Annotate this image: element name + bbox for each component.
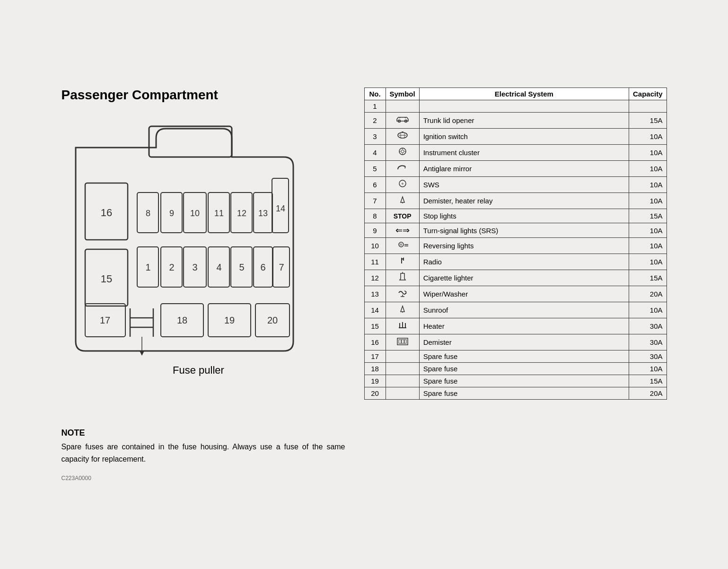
fuse-box-diagram: 16 15 8 9 10 11 xyxy=(61,110,307,360)
svg-marker-54 xyxy=(401,197,404,202)
fuse-system: Spare fuse xyxy=(419,375,629,387)
fuse-no: 3 xyxy=(364,129,386,145)
fuse-symbol xyxy=(386,193,419,209)
fuse-symbol xyxy=(386,387,419,400)
fuse-symbol: + xyxy=(386,177,419,193)
svg-text:7: 7 xyxy=(279,262,284,272)
svg-text:+: + xyxy=(401,181,404,186)
fuse-no: 2 xyxy=(364,113,386,129)
svg-text:6: 6 xyxy=(260,262,265,272)
fuse-system: Antiglare mirror xyxy=(419,161,629,177)
fuse-no: 8 xyxy=(364,209,386,223)
fuse-no: 1 xyxy=(364,100,386,113)
bottom-code: C223A0000 xyxy=(61,475,667,481)
table-row: 16 Demister 30A xyxy=(364,334,667,350)
fuse-capacity: 30A xyxy=(629,318,667,334)
fuse-capacity: 15A xyxy=(629,270,667,286)
fuse-no: 6 xyxy=(364,177,386,193)
fuse-system: Trunk lid opener xyxy=(419,113,629,129)
svg-text:11: 11 xyxy=(214,209,223,218)
fuse-capacity xyxy=(629,100,667,113)
fuse-no: 16 xyxy=(364,334,386,350)
svg-text:R: R xyxy=(400,243,403,247)
fuse-system: Spare fuse xyxy=(419,350,629,363)
fuse-system xyxy=(419,100,629,113)
fuse-symbol xyxy=(386,254,419,270)
fuse-system: Reversing lights xyxy=(419,238,629,254)
fuse-capacity: 10A xyxy=(629,254,667,270)
fuse-capacity: 15A xyxy=(629,375,667,387)
page-container: Passenger Compartment 16 15 xyxy=(33,69,695,500)
fuse-symbol xyxy=(386,129,419,145)
fuse-capacity: 30A xyxy=(629,350,667,363)
fuse-system: Heater xyxy=(419,318,629,334)
svg-marker-63 xyxy=(401,306,404,312)
svg-text:12: 12 xyxy=(237,209,246,218)
fuse-capacity: 20A xyxy=(629,387,667,400)
fuse-symbol xyxy=(386,100,419,113)
svg-text:2: 2 xyxy=(169,262,174,272)
fuse-diagram-svg: 16 15 8 9 10 11 xyxy=(61,110,307,360)
section-title: Passenger Compartment xyxy=(61,88,336,103)
svg-text:3: 3 xyxy=(192,262,197,272)
svg-text:10: 10 xyxy=(190,209,199,218)
fuse-capacity: 10A xyxy=(629,177,667,193)
table-row: 15 Heater 30A xyxy=(364,318,667,334)
fuse-capacity: 10A xyxy=(629,193,667,209)
fuse-capacity: 10A xyxy=(629,363,667,375)
fuse-no: 4 xyxy=(364,145,386,161)
svg-text:15: 15 xyxy=(100,273,112,285)
fuse-no: 14 xyxy=(364,302,386,318)
svg-rect-72 xyxy=(404,340,406,343)
fuse-no: 7 xyxy=(364,193,386,209)
fuse-capacity: 10A xyxy=(629,302,667,318)
fuse-system: Spare fuse xyxy=(419,363,629,375)
fuse-no: 9 xyxy=(364,223,386,238)
fuse-system: Stop lights xyxy=(419,209,629,223)
fuse-symbol xyxy=(386,161,419,177)
diagram-section: Passenger Compartment 16 15 xyxy=(61,88,336,376)
fuse-system: Instrument cluster xyxy=(419,145,629,161)
fuse-symbol xyxy=(386,270,419,286)
fuse-symbol xyxy=(386,318,419,334)
note-text: Spare fuses are contained in the fuse ho… xyxy=(61,441,345,465)
fuse-capacity: 20A xyxy=(629,286,667,302)
table-row: 3 Ignition switch 10A xyxy=(364,129,667,145)
fuse-no: 20 xyxy=(364,387,386,400)
svg-text:14: 14 xyxy=(275,204,285,213)
fuse-capacity: 10A xyxy=(629,238,667,254)
table-row: 8 STOP Stop lights 15A xyxy=(364,209,667,223)
table-row: 18 Spare fuse 10A xyxy=(364,363,667,375)
svg-text:16: 16 xyxy=(100,207,112,219)
svg-text:17: 17 xyxy=(99,315,110,325)
svg-text:5: 5 xyxy=(239,262,244,272)
table-row: 7 Demister, heater relay 10A xyxy=(364,193,667,209)
fuse-table: No. Symbol Electrical System Capacity 1 xyxy=(364,88,667,400)
fuse-capacity: 15A xyxy=(629,209,667,223)
fuse-system: Demister xyxy=(419,334,629,350)
table-row: 9 ⇐⇒ Turn-signal lights (SRS) 10A xyxy=(364,223,667,238)
fuse-symbol: ⇐⇒ xyxy=(386,223,419,238)
fuse-capacity: 10A xyxy=(629,145,667,161)
fuse-capacity: 10A xyxy=(629,223,667,238)
stop-symbol: STOP xyxy=(394,212,412,220)
svg-rect-0 xyxy=(149,126,232,157)
fuse-symbol: STOP xyxy=(386,209,419,223)
svg-text:19: 19 xyxy=(224,315,234,325)
table-row: 11 Radio 10A xyxy=(364,254,667,270)
fuse-no: 15 xyxy=(364,318,386,334)
table-row: 10 R Reversing lights 10A xyxy=(364,238,667,254)
svg-rect-70 xyxy=(399,340,401,343)
main-content: Passenger Compartment 16 15 xyxy=(61,88,667,400)
table-row: 4 Instrument cluster 10A xyxy=(364,145,667,161)
fuse-capacity: 15A xyxy=(629,113,667,129)
table-row: 13 Wiper/Washer 20A xyxy=(364,286,667,302)
table-row: 1 xyxy=(364,100,667,113)
svg-text:8: 8 xyxy=(145,209,150,218)
fuse-symbol xyxy=(386,286,419,302)
fuse-symbol xyxy=(386,145,419,161)
table-row: 2 Trunk lid opener 15A xyxy=(364,113,667,129)
fuse-capacity: 10A xyxy=(629,129,667,145)
table-row: 12 Cigarette lighter 15A xyxy=(364,270,667,286)
fuse-symbol xyxy=(386,302,419,318)
